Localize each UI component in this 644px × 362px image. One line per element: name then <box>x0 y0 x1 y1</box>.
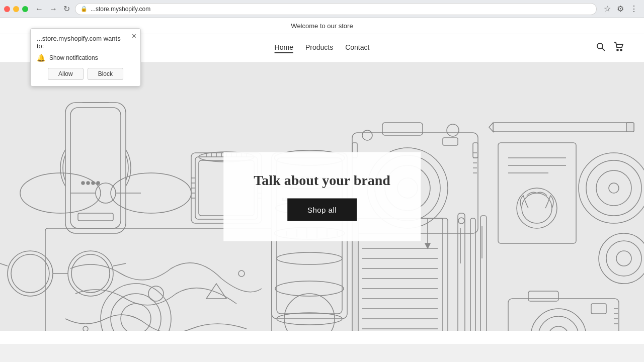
popup-notification-row: 🔔 Show notifications <box>37 54 134 62</box>
svg-point-2 <box>617 49 618 51</box>
popup-title: ...store.myshopify.com wants to: <box>37 35 134 50</box>
hero-section: 1.2 | | | | <box>0 62 644 331</box>
forward-btn[interactable]: → <box>47 3 59 15</box>
nav-icons <box>596 42 624 54</box>
lock-icon: 🔒 <box>80 6 88 12</box>
address-text: ...store.myshopify.com <box>91 6 150 13</box>
shop-all-button[interactable]: Shop all <box>287 199 357 221</box>
svg-point-0 <box>597 43 603 49</box>
reload-btn[interactable]: ↻ <box>61 3 72 15</box>
bookmark-btn[interactable]: ☆ <box>602 3 613 15</box>
block-button[interactable]: Block <box>88 68 123 80</box>
nav-link-contact[interactable]: Contact <box>345 43 369 53</box>
menu-btn[interactable]: ⋮ <box>628 3 640 15</box>
svg-point-3 <box>620 49 622 51</box>
search-icon-btn[interactable] <box>596 42 606 54</box>
svg-point-17 <box>87 182 90 185</box>
popup-buttons: Allow Block <box>37 68 134 80</box>
popup-close-btn[interactable]: × <box>132 32 136 41</box>
extensions-btn[interactable]: ⚙ <box>615 3 626 15</box>
hero-title: Talk about your brand <box>254 172 390 189</box>
svg-rect-136 <box>626 123 634 132</box>
announcement-text: Welcome to our store <box>291 22 353 30</box>
popup-notification-text: Show notifications <box>49 54 98 61</box>
bell-icon: 🔔 <box>37 54 45 62</box>
svg-rect-15 <box>70 108 121 228</box>
svg-line-1 <box>602 48 605 51</box>
notification-popup: × ...store.myshopify.com wants to: 🔔 Sho… <box>30 28 141 86</box>
address-bar[interactable]: 🔒 ...store.myshopify.com <box>75 3 597 15</box>
svg-point-16 <box>82 182 85 185</box>
nav-link-products[interactable]: Products <box>305 43 333 53</box>
cart-icon-btn[interactable] <box>614 42 624 54</box>
browser-minimize-btn[interactable] <box>13 6 19 12</box>
nav-links: Home Products Contact <box>275 43 370 53</box>
browser-maximize-btn[interactable] <box>22 6 28 12</box>
browser-top-bar: ← → ↻ 🔒 ...store.myshopify.com ☆ ⚙ ⋮ <box>0 0 644 18</box>
svg-point-19 <box>97 182 100 185</box>
hero-card: Talk about your brand Shop all <box>223 152 421 241</box>
back-btn[interactable]: ← <box>33 3 45 15</box>
nav-link-home[interactable]: Home <box>275 43 293 53</box>
browser-chrome: ← → ↻ 🔒 ...store.myshopify.com ☆ ⚙ ⋮ <box>0 0 644 18</box>
browser-close-btn[interactable] <box>4 6 10 12</box>
allow-button[interactable]: Allow <box>48 68 84 80</box>
